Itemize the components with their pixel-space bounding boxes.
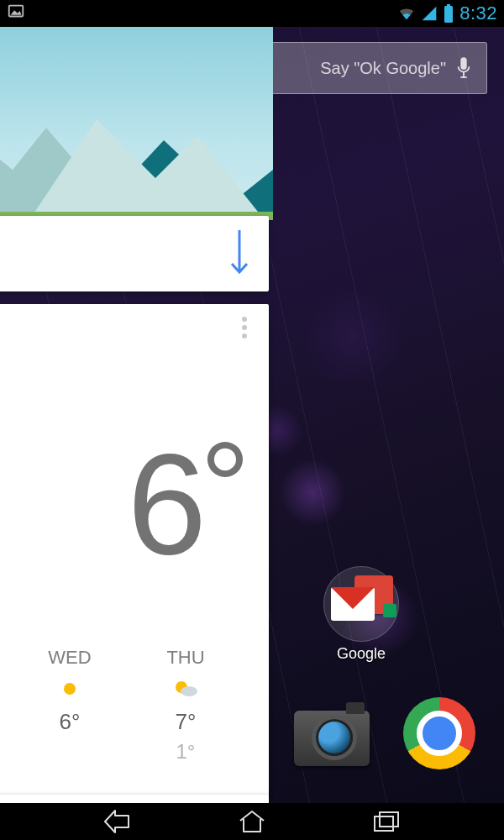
day-label: WED [12, 647, 128, 669]
home-button[interactable] [235, 805, 269, 838]
folder-icon [323, 566, 399, 642]
day-label: TUE [0, 647, 12, 669]
google-now-hint-card[interactable]: n tap these dots ake changes [0, 216, 269, 291]
svg-point-14 [242, 333, 247, 339]
svg-point-13 [242, 325, 247, 330]
next-card-peek [0, 795, 269, 803]
google-now-panel[interactable]: n tap these dots ake changes 6° N [0, 27, 273, 803]
gmail-icon [331, 587, 375, 621]
clock: 8:32 [459, 3, 497, 24]
navigation-bar [0, 803, 504, 840]
svg-rect-22 [375, 816, 393, 831]
svg-point-12 [242, 317, 247, 322]
folder-label: Google [319, 645, 403, 663]
wifi-icon [397, 4, 416, 23]
svg-marker-9 [29, 119, 265, 220]
google-now-header [0, 27, 273, 220]
recents-button[interactable] [370, 805, 403, 838]
svg-rect-2 [444, 6, 453, 23]
svg-rect-3 [447, 4, 450, 7]
svg-rect-23 [380, 812, 398, 827]
svg-rect-4 [460, 57, 466, 70]
back-button[interactable] [101, 805, 134, 838]
current-temp-value: 6 [127, 424, 200, 584]
camera-app-icon[interactable] [294, 697, 370, 773]
overflow-dots-icon[interactable] [237, 316, 252, 339]
microphone-icon[interactable] [454, 55, 473, 81]
arrow-down-icon[interactable] [228, 227, 250, 281]
chrome-app-icon[interactable] [403, 697, 479, 773]
google-folder[interactable]: Google [319, 566, 403, 663]
status-bar: 8:32 [0, 0, 504, 27]
dock [0, 689, 504, 781]
svg-marker-1 [11, 10, 22, 15]
home-screen[interactable]: Google Say "Ok Google" n tap these dots … [0, 27, 504, 803]
screenshot-notification-icon [7, 3, 25, 25]
day-label: THU [128, 647, 244, 669]
cell-signal-icon [421, 5, 438, 22]
current-temperature: 6° [127, 422, 244, 586]
voice-hint-text: Say "Ok Google" [320, 59, 446, 78]
battery-icon [443, 4, 454, 23]
